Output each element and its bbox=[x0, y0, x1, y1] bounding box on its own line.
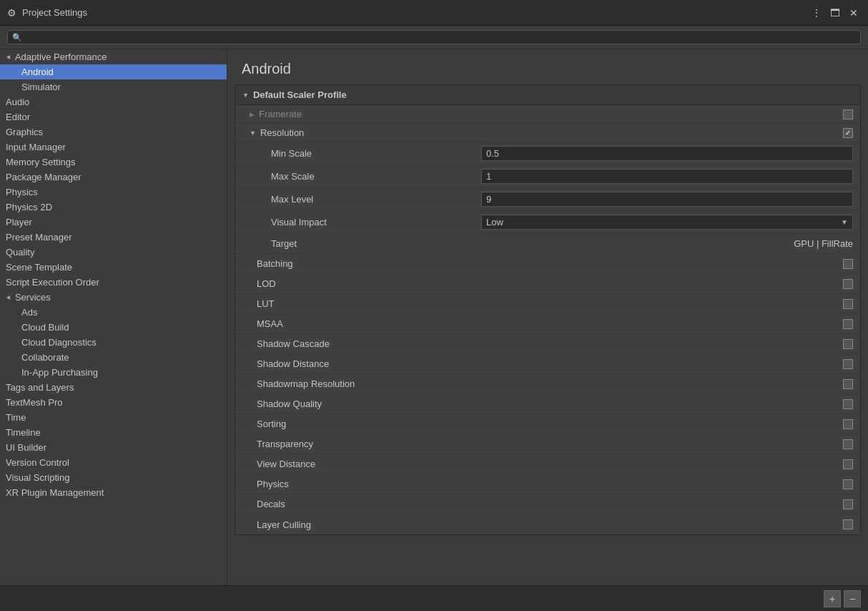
sidebar-item-cloud-diagnostics[interactable]: Cloud Diagnostics bbox=[0, 335, 227, 350]
section-triangle: ▼ bbox=[242, 92, 249, 99]
sidebar-item-graphics[interactable]: Graphics bbox=[0, 124, 227, 140]
sidebar-item-textmesh-pro[interactable]: TextMesh Pro bbox=[0, 395, 227, 410]
visual-impact-control: Low ▼ bbox=[481, 215, 853, 230]
lod-checkbox[interactable] bbox=[843, 279, 853, 289]
transparency-checkbox[interactable] bbox=[843, 439, 853, 449]
more-button[interactable]: ⋮ bbox=[809, 7, 824, 19]
sorting-checkbox[interactable] bbox=[843, 419, 853, 429]
batching-checkbox[interactable] bbox=[843, 259, 853, 269]
min-scale-row: Min Scale bbox=[235, 142, 860, 165]
sidebar-item-editor[interactable]: Editor bbox=[0, 109, 227, 124]
add-button[interactable]: + bbox=[824, 590, 841, 607]
target-label: Target bbox=[271, 238, 794, 249]
sidebar-item-label: UI Builder bbox=[6, 442, 46, 453]
sidebar-item-scene-template[interactable]: Scene Template bbox=[0, 260, 227, 275]
triangle-icon: ▼ bbox=[5, 54, 12, 60]
sidebar-item-simulator[interactable]: Simulator bbox=[0, 79, 227, 94]
sidebar-item-adaptive-performance[interactable]: ▼Adaptive Performance bbox=[0, 49, 227, 64]
sidebar-item-version-control[interactable]: Version Control bbox=[0, 455, 227, 470]
sidebar-item-services[interactable]: ▼Services bbox=[0, 290, 227, 305]
sidebar-item-memory-settings[interactable]: Memory Settings bbox=[0, 155, 227, 170]
resolution-label: Resolution bbox=[260, 127, 304, 138]
max-level-control bbox=[481, 192, 853, 207]
max-level-input[interactable] bbox=[481, 192, 853, 207]
transparency-row: Transparency bbox=[235, 434, 860, 454]
sidebar-item-quality[interactable]: Quality bbox=[0, 245, 227, 260]
physics-checkbox[interactable] bbox=[843, 479, 853, 489]
sidebar-item-label: Collaborate bbox=[21, 352, 69, 363]
search-icon: 🔍 bbox=[12, 33, 22, 42]
shadow-cascade-row: Shadow Cascade bbox=[235, 334, 860, 354]
sidebar-item-label: Physics 2D bbox=[6, 202, 52, 212]
sidebar-item-label: Script Execution Order bbox=[6, 277, 99, 288]
min-scale-control bbox=[481, 146, 853, 161]
sidebar-item-timeline[interactable]: Timeline bbox=[0, 425, 227, 440]
sidebar-item-input-manager[interactable]: Input Manager bbox=[0, 140, 227, 155]
sidebar: ▼Adaptive PerformanceAndroidSimulatorAud… bbox=[0, 49, 227, 585]
content-body: ▼ Default Scaler Profile ▶ Framerate ▼ R… bbox=[227, 84, 868, 585]
decals-checkbox[interactable] bbox=[843, 499, 853, 509]
sidebar-item-label: Memory Settings bbox=[6, 157, 76, 167]
lut-label: LUT bbox=[257, 298, 843, 309]
sidebar-item-label: Player bbox=[6, 217, 32, 228]
sidebar-item-label: Graphics bbox=[6, 127, 43, 137]
sidebar-item-preset-manager[interactable]: Preset Manager bbox=[0, 230, 227, 245]
sidebar-item-physics-2d[interactable]: Physics 2D bbox=[0, 200, 227, 215]
sidebar-item-audio[interactable]: Audio bbox=[0, 94, 227, 109]
lut-checkbox[interactable] bbox=[843, 299, 853, 309]
sidebar-item-ads[interactable]: Ads bbox=[0, 305, 227, 320]
resolution-checkbox[interactable] bbox=[843, 128, 853, 138]
sidebar-item-label: Adaptive Performance bbox=[15, 52, 107, 62]
framerate-checkbox[interactable] bbox=[843, 109, 853, 119]
framerate-row[interactable]: ▶ Framerate bbox=[235, 105, 860, 124]
shadowmap-resolution-checkbox[interactable] bbox=[843, 379, 853, 389]
remove-button[interactable]: − bbox=[844, 590, 861, 607]
default-scaler-profile-header[interactable]: ▼ Default Scaler Profile bbox=[235, 85, 860, 105]
sidebar-item-label: Version Control bbox=[6, 457, 69, 468]
sidebar-item-physics[interactable]: Physics bbox=[0, 185, 227, 200]
section-label: Default Scaler Profile bbox=[253, 89, 347, 100]
shadow-distance-checkbox[interactable] bbox=[843, 359, 853, 369]
shadowmap-resolution-label: Shadowmap Resolution bbox=[257, 378, 843, 389]
sidebar-item-label: In-App Purchasing bbox=[21, 367, 98, 378]
sorting-row: Sorting bbox=[235, 414, 860, 434]
search-input[interactable] bbox=[25, 32, 856, 42]
sidebar-item-xr-plugin-management[interactable]: XR Plugin Management bbox=[0, 485, 227, 500]
sidebar-item-cloud-build[interactable]: Cloud Build bbox=[0, 320, 227, 335]
sidebar-item-label: Tags and Layers bbox=[6, 382, 74, 393]
sidebar-item-ui-builder[interactable]: UI Builder bbox=[0, 440, 227, 455]
sidebar-item-package-manager[interactable]: Package Manager bbox=[0, 170, 227, 185]
page-title: Android bbox=[227, 49, 868, 84]
shadow-cascade-checkbox[interactable] bbox=[843, 339, 853, 349]
maximize-button[interactable]: 🗖 bbox=[828, 7, 842, 19]
close-button[interactable]: ✕ bbox=[847, 7, 861, 19]
shadow-distance-row: Shadow Distance bbox=[235, 354, 860, 374]
layer-culling-checkbox[interactable] bbox=[843, 519, 853, 529]
batching-row: Batching bbox=[235, 254, 860, 274]
sidebar-item-in-app-purchasing[interactable]: In-App Purchasing bbox=[0, 365, 227, 380]
sidebar-item-label: TextMesh Pro bbox=[6, 397, 62, 408]
max-scale-input[interactable] bbox=[481, 169, 853, 184]
sidebar-item-script-execution-order[interactable]: Script Execution Order bbox=[0, 275, 227, 290]
sidebar-item-player[interactable]: Player bbox=[0, 215, 227, 230]
sidebar-item-label: Cloud Diagnostics bbox=[21, 337, 97, 348]
visual-impact-select[interactable]: Low ▼ bbox=[481, 215, 853, 230]
shadow-cascade-label: Shadow Cascade bbox=[257, 338, 843, 349]
sidebar-item-android[interactable]: Android bbox=[0, 64, 227, 79]
sidebar-item-tags-and-layers[interactable]: Tags and Layers bbox=[0, 380, 227, 395]
sidebar-item-label: Time bbox=[6, 412, 26, 423]
sidebar-item-collaborate[interactable]: Collaborate bbox=[0, 350, 227, 365]
window-title: Project Settings bbox=[22, 7, 87, 18]
min-scale-label: Min Scale bbox=[271, 148, 481, 159]
view-distance-checkbox[interactable] bbox=[843, 459, 853, 469]
sidebar-item-label: XR Plugin Management bbox=[6, 487, 104, 498]
min-scale-input[interactable] bbox=[481, 146, 853, 161]
sidebar-item-visual-scripting[interactable]: Visual Scripting bbox=[0, 470, 227, 485]
shadow-quality-checkbox[interactable] bbox=[843, 399, 853, 409]
sidebar-item-label: Simulator bbox=[21, 82, 61, 92]
resolution-row[interactable]: ▼ Resolution bbox=[235, 124, 860, 142]
window-controls: ⋮ 🗖 ✕ bbox=[809, 7, 861, 19]
sidebar-item-time[interactable]: Time bbox=[0, 410, 227, 425]
sidebar-item-label: Audio bbox=[6, 97, 29, 107]
msaa-checkbox[interactable] bbox=[843, 319, 853, 329]
